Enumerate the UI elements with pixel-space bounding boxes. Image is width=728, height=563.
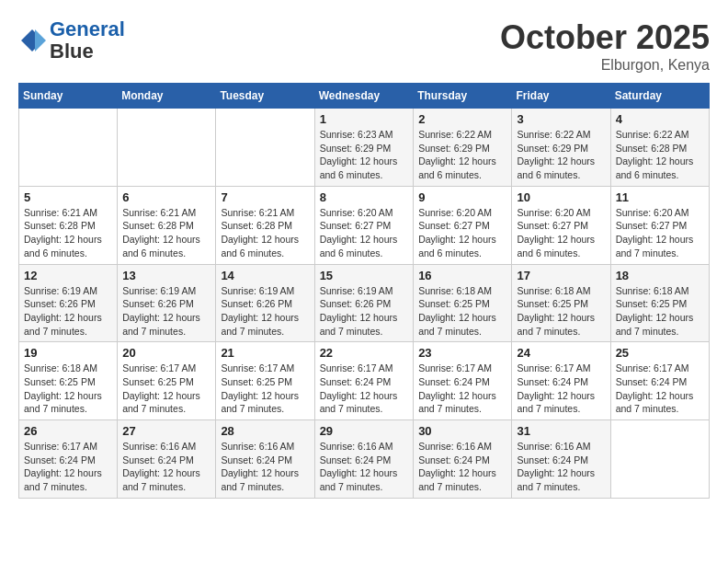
calendar-table: SundayMondayTuesdayWednesdayThursdayFrid…: [18, 83, 710, 499]
day-info: Sunrise: 6:18 AMSunset: 6:25 PMDaylight:…: [517, 284, 605, 339]
day-number: 9: [418, 190, 506, 204]
calendar-cell: 18Sunrise: 6:18 AMSunset: 6:25 PMDayligh…: [610, 264, 709, 342]
calendar-cell: 6Sunrise: 6:21 AMSunset: 6:28 PMDaylight…: [118, 186, 216, 264]
calendar-cell: 28Sunrise: 6:16 AMSunset: 6:24 PMDayligh…: [216, 420, 314, 499]
calendar-cell: 21Sunrise: 6:17 AMSunset: 6:25 PMDayligh…: [216, 342, 314, 420]
calendar-cell: 10Sunrise: 6:20 AMSunset: 6:27 PMDayligh…: [512, 186, 610, 264]
day-info: Sunrise: 6:21 AMSunset: 6:28 PMDaylight:…: [221, 206, 309, 260]
day-info: Sunrise: 6:21 AMSunset: 6:28 PMDaylight:…: [24, 206, 112, 260]
day-info: Sunrise: 6:18 AMSunset: 6:25 PMDaylight:…: [418, 284, 506, 339]
day-number: 30: [418, 424, 506, 438]
day-number: 26: [24, 424, 112, 438]
day-number: 28: [221, 424, 309, 438]
month-title: October 2025 Elburgon, Kenya: [500, 18, 710, 74]
calendar-week-3: 12Sunrise: 6:19 AMSunset: 6:26 PMDayligh…: [19, 264, 710, 342]
day-number: 29: [320, 424, 409, 438]
day-info: Sunrise: 6:23 AMSunset: 6:29 PMDaylight:…: [320, 128, 409, 182]
calendar-cell: [610, 420, 709, 499]
day-info: Sunrise: 6:19 AMSunset: 6:26 PMDaylight:…: [24, 284, 112, 339]
calendar-header-thursday: Thursday: [414, 84, 512, 109]
day-info: Sunrise: 6:17 AMSunset: 6:24 PMDaylight:…: [517, 362, 605, 416]
location: Elburgon, Kenya: [500, 57, 710, 74]
page-header: General Blue October 2025 Elburgon, Keny…: [18, 18, 710, 74]
svg-marker-1: [35, 29, 46, 52]
calendar-week-4: 19Sunrise: 6:18 AMSunset: 6:25 PMDayligh…: [19, 342, 710, 420]
logo-text: General Blue: [50, 18, 125, 63]
day-info: Sunrise: 6:17 AMSunset: 6:25 PMDaylight:…: [221, 362, 309, 416]
day-number: 16: [418, 269, 506, 282]
calendar-cell: 1Sunrise: 6:23 AMSunset: 6:29 PMDaylight…: [314, 109, 414, 187]
calendar-week-2: 5Sunrise: 6:21 AMSunset: 6:28 PMDaylight…: [19, 186, 710, 264]
calendar-cell: 15Sunrise: 6:19 AMSunset: 6:26 PMDayligh…: [314, 264, 414, 342]
day-info: Sunrise: 6:21 AMSunset: 6:28 PMDaylight:…: [122, 206, 210, 260]
day-number: 19: [24, 346, 112, 360]
calendar-cell: 22Sunrise: 6:17 AMSunset: 6:24 PMDayligh…: [314, 342, 414, 420]
calendar-header-friday: Friday: [512, 84, 610, 109]
calendar-cell: 3Sunrise: 6:22 AMSunset: 6:29 PMDaylight…: [512, 109, 610, 187]
calendar-cell: 17Sunrise: 6:18 AMSunset: 6:25 PMDayligh…: [512, 264, 610, 342]
calendar-cell: 13Sunrise: 6:19 AMSunset: 6:26 PMDayligh…: [118, 264, 216, 342]
calendar-cell: 27Sunrise: 6:16 AMSunset: 6:24 PMDayligh…: [118, 420, 216, 499]
day-info: Sunrise: 6:22 AMSunset: 6:29 PMDaylight:…: [418, 128, 506, 182]
day-info: Sunrise: 6:18 AMSunset: 6:25 PMDaylight:…: [24, 362, 112, 416]
day-info: Sunrise: 6:22 AMSunset: 6:29 PMDaylight:…: [517, 128, 605, 182]
day-info: Sunrise: 6:17 AMSunset: 6:25 PMDaylight:…: [122, 362, 210, 416]
day-info: Sunrise: 6:22 AMSunset: 6:28 PMDaylight:…: [616, 128, 704, 182]
day-number: 24: [517, 346, 605, 360]
day-number: 3: [517, 112, 605, 126]
day-info: Sunrise: 6:20 AMSunset: 6:27 PMDaylight:…: [517, 206, 605, 260]
day-number: 23: [418, 346, 506, 360]
day-info: Sunrise: 6:16 AMSunset: 6:24 PMDaylight:…: [320, 440, 409, 494]
day-info: Sunrise: 6:20 AMSunset: 6:27 PMDaylight:…: [320, 206, 409, 260]
day-number: 11: [616, 190, 704, 204]
day-info: Sunrise: 6:19 AMSunset: 6:26 PMDaylight:…: [122, 284, 210, 339]
calendar-cell: 5Sunrise: 6:21 AMSunset: 6:28 PMDaylight…: [19, 186, 118, 264]
day-number: 6: [122, 190, 210, 204]
day-number: 27: [122, 424, 210, 438]
calendar-cell: 30Sunrise: 6:16 AMSunset: 6:24 PMDayligh…: [414, 420, 512, 499]
logo: General Blue: [18, 18, 125, 63]
calendar-cell: 7Sunrise: 6:21 AMSunset: 6:28 PMDaylight…: [216, 186, 314, 264]
day-number: 22: [320, 346, 409, 360]
calendar-cell: 23Sunrise: 6:17 AMSunset: 6:24 PMDayligh…: [414, 342, 512, 420]
day-number: 13: [122, 269, 210, 282]
day-number: 18: [616, 269, 704, 282]
calendar-cell: 8Sunrise: 6:20 AMSunset: 6:27 PMDaylight…: [314, 186, 414, 264]
calendar-header-monday: Monday: [118, 84, 216, 109]
calendar-cell: 11Sunrise: 6:20 AMSunset: 6:27 PMDayligh…: [610, 186, 709, 264]
day-number: 20: [122, 346, 210, 360]
day-number: 10: [517, 190, 605, 204]
calendar-cell: 25Sunrise: 6:17 AMSunset: 6:24 PMDayligh…: [610, 342, 709, 420]
day-info: Sunrise: 6:19 AMSunset: 6:26 PMDaylight:…: [221, 284, 309, 339]
calendar-cell: 9Sunrise: 6:20 AMSunset: 6:27 PMDaylight…: [414, 186, 512, 264]
calendar-header-row: SundayMondayTuesdayWednesdayThursdayFrid…: [19, 84, 710, 109]
day-number: 25: [616, 346, 704, 360]
day-info: Sunrise: 6:16 AMSunset: 6:24 PMDaylight:…: [418, 440, 506, 494]
calendar-header-sunday: Sunday: [19, 84, 118, 109]
day-info: Sunrise: 6:20 AMSunset: 6:27 PMDaylight:…: [616, 206, 704, 260]
calendar-week-1: 1Sunrise: 6:23 AMSunset: 6:29 PMDaylight…: [19, 109, 710, 187]
calendar-cell: [19, 109, 118, 187]
day-number: 8: [320, 190, 409, 204]
day-number: 21: [221, 346, 309, 360]
day-info: Sunrise: 6:17 AMSunset: 6:24 PMDaylight:…: [616, 362, 704, 416]
calendar-cell: 4Sunrise: 6:22 AMSunset: 6:28 PMDaylight…: [610, 109, 709, 187]
calendar-cell: 19Sunrise: 6:18 AMSunset: 6:25 PMDayligh…: [19, 342, 118, 420]
day-number: 2: [418, 112, 506, 126]
day-info: Sunrise: 6:17 AMSunset: 6:24 PMDaylight:…: [320, 362, 409, 416]
calendar-header-tuesday: Tuesday: [216, 84, 314, 109]
day-info: Sunrise: 6:16 AMSunset: 6:24 PMDaylight:…: [517, 440, 605, 494]
day-info: Sunrise: 6:16 AMSunset: 6:24 PMDaylight:…: [221, 440, 309, 494]
calendar-header-saturday: Saturday: [610, 84, 709, 109]
calendar-cell: 24Sunrise: 6:17 AMSunset: 6:24 PMDayligh…: [512, 342, 610, 420]
calendar-cell: [118, 109, 216, 187]
calendar-cell: 12Sunrise: 6:19 AMSunset: 6:26 PMDayligh…: [19, 264, 118, 342]
day-number: 5: [24, 190, 112, 204]
day-number: 7: [221, 190, 309, 204]
day-number: 14: [221, 269, 309, 282]
month-year: October 2025: [500, 18, 710, 57]
calendar-cell: 2Sunrise: 6:22 AMSunset: 6:29 PMDaylight…: [414, 109, 512, 187]
calendar-cell: 16Sunrise: 6:18 AMSunset: 6:25 PMDayligh…: [414, 264, 512, 342]
day-number: 1: [320, 112, 409, 126]
day-info: Sunrise: 6:19 AMSunset: 6:26 PMDaylight:…: [320, 284, 409, 339]
